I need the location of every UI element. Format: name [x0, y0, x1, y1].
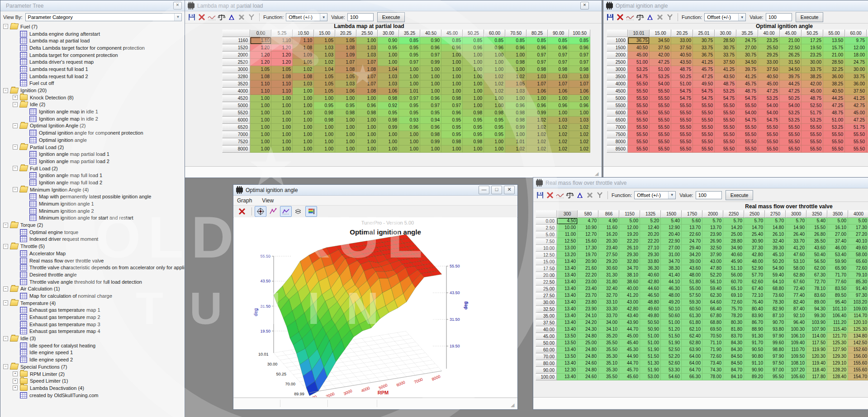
cell[interactable]: 5.70	[786, 218, 806, 225]
col-header[interactable]: 40.00	[758, 29, 780, 37]
cell[interactable]: 55.50	[628, 138, 650, 145]
pan-icon[interactable]	[255, 206, 266, 217]
tree-item-map[interactable]: Lambda driver's request map	[0, 58, 185, 66]
cell[interactable]: 1.08	[356, 66, 378, 73]
cell[interactable]: 5.70	[744, 218, 765, 225]
cell[interactable]: 0.97	[399, 95, 420, 102]
col-header[interactable]: 30.00	[715, 29, 736, 37]
cell[interactable]: 78.20	[723, 313, 744, 319]
cell[interactable]: 55.50	[650, 131, 671, 138]
chevron-down-icon[interactable]: ▼	[320, 14, 327, 21]
collapse-icon[interactable]: −	[13, 102, 18, 107]
cell[interactable]: 44.70	[619, 360, 640, 367]
cell[interactable]: 0.95	[463, 131, 484, 138]
cell[interactable]: 83.70	[723, 333, 744, 340]
tree-item-map[interactable]: Ignition angle map partial load 1	[0, 150, 185, 158]
tree-item-folder[interactable]: +Speed Limiter (1)	[0, 377, 185, 384]
cell[interactable]: 10.90	[578, 225, 598, 231]
tree-item-map[interactable]: Exhaust gas temperature map 4	[0, 328, 185, 335]
cell[interactable]: 66.40	[702, 306, 723, 313]
row-header[interactable]: 5000	[607, 95, 628, 102]
cell[interactable]: 5.70	[702, 218, 723, 225]
cell[interactable]: 0.90	[420, 37, 441, 44]
cell[interactable]: 13.40	[557, 347, 578, 353]
tree-item-map[interactable]: created by OldSkullTuning.com	[0, 392, 185, 399]
col-header[interactable]: 55.00	[823, 29, 845, 37]
cell[interactable]: 0.98	[335, 109, 356, 117]
cell[interactable]: 49.60	[848, 245, 868, 252]
cell[interactable]: 33.75	[845, 73, 867, 80]
cell[interactable]: 32.50	[702, 245, 723, 252]
cell[interactable]: 27.00	[827, 231, 848, 238]
cell[interactable]: 44.70	[619, 326, 640, 333]
cell[interactable]: 15.50	[806, 225, 827, 231]
cell[interactable]: 37.50	[715, 59, 736, 66]
cell[interactable]: 108.10	[786, 360, 806, 367]
cell[interactable]: 22.60	[682, 231, 702, 238]
cell[interactable]: 48.75	[736, 88, 758, 95]
cell[interactable]: 72.60	[723, 299, 744, 306]
cell[interactable]: 65.10	[723, 286, 744, 292]
cell[interactable]: 0.96	[441, 44, 463, 52]
row-header[interactable]: 2000	[607, 52, 628, 59]
cell[interactable]: 0.96	[505, 102, 526, 109]
cell[interactable]: 50.90	[640, 326, 661, 333]
cell[interactable]: 40.50	[823, 88, 845, 95]
cell[interactable]: 1.02	[548, 131, 569, 138]
cell[interactable]: 53.25	[802, 117, 823, 124]
cell[interactable]: 24.10	[578, 313, 598, 319]
col-header[interactable]: 50.25	[802, 29, 823, 37]
cell[interactable]: 0.98	[314, 117, 335, 124]
cell[interactable]: 1.00	[271, 109, 293, 117]
cell[interactable]: 96.40	[786, 319, 806, 326]
cell[interactable]: 1.01	[505, 138, 526, 145]
cell[interactable]: 1.02	[484, 88, 505, 95]
cell[interactable]: 38.25	[823, 80, 845, 88]
cell[interactable]: 0.97	[441, 102, 463, 109]
cell[interactable]: 62.10	[682, 326, 702, 333]
cell[interactable]: 43.60	[682, 265, 702, 272]
col-header[interactable]: 10.50	[293, 29, 314, 37]
cell[interactable]: 13.50	[557, 353, 578, 360]
cell[interactable]: 103.20	[848, 299, 868, 306]
cell[interactable]: 64.00	[682, 353, 702, 360]
cell[interactable]: 48.00	[661, 292, 682, 299]
cell[interactable]: 0.96	[548, 44, 569, 52]
cell[interactable]: 30.75	[736, 52, 758, 59]
cell[interactable]: 62.80	[682, 340, 702, 347]
cell[interactable]: 51.90	[640, 347, 661, 353]
cell[interactable]: 1.00	[399, 145, 420, 153]
cell[interactable]: 1.00	[356, 131, 378, 138]
cell[interactable]: 51.10	[723, 265, 744, 272]
cell[interactable]: 10.00	[557, 225, 578, 231]
tree-item-map[interactable]: Minimum ignition angle for start and res…	[0, 215, 185, 222]
cell[interactable]: 0.90	[378, 37, 399, 44]
cell[interactable]: 13.50	[823, 37, 845, 44]
cell[interactable]: 59.90	[827, 258, 848, 265]
cell[interactable]: 1.00	[271, 95, 293, 102]
cell[interactable]: 1.07	[356, 73, 378, 80]
cell[interactable]: 1.05	[335, 73, 356, 80]
cell[interactable]: 0.85	[463, 37, 484, 44]
cell[interactable]: 1.00	[463, 73, 484, 80]
cell[interactable]: 1.10	[271, 88, 293, 95]
cell[interactable]: 0.95	[463, 117, 484, 124]
cell[interactable]: 53.25	[780, 109, 802, 117]
cell[interactable]: 107.90	[806, 326, 827, 333]
cell[interactable]: 0.85	[526, 37, 548, 44]
col-header[interactable]: 5.25	[271, 29, 293, 37]
cell[interactable]: 56.50	[806, 258, 827, 265]
cell[interactable]: 0.95	[484, 124, 505, 131]
cell[interactable]: 0.97	[548, 59, 569, 66]
cell[interactable]: 13.40	[557, 286, 578, 292]
cell[interactable]: 77.40	[786, 292, 806, 299]
tree-item-folder[interactable]: −Special Functions (7)	[0, 363, 185, 370]
cell[interactable]: 34.50	[780, 66, 802, 73]
cell[interactable]: 13.40	[557, 360, 578, 367]
tree-item-map[interactable]: Optimal ignition angle for component pro…	[0, 129, 185, 136]
cell[interactable]: 51.00	[823, 117, 845, 124]
cell[interactable]: 5.00	[827, 218, 848, 225]
cell[interactable]: 99.60	[765, 340, 786, 347]
cell[interactable]: 52.50	[802, 102, 823, 109]
cell[interactable]: 13.40	[557, 319, 578, 326]
